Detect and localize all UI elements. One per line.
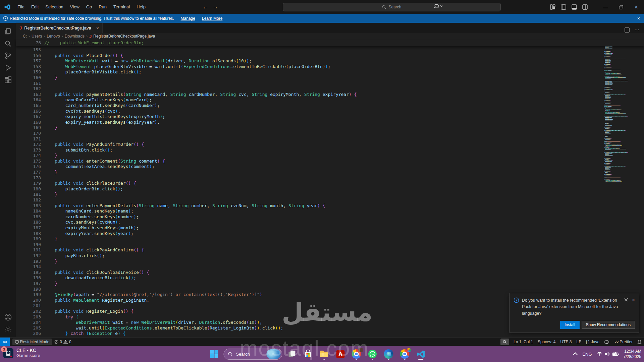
search-input[interactable]: Search bbox=[283, 3, 501, 11]
code-line-189: 189 } bbox=[16, 236, 644, 242]
file-explorer-button[interactable] bbox=[318, 347, 330, 361]
screencast-zoom-button[interactable] bbox=[500, 339, 509, 345]
whatsapp-button[interactable] bbox=[366, 347, 379, 361]
code-line-165: 165 card_numberTxt.sendKeys(cardNumber); bbox=[16, 103, 644, 109]
toggle-panel-icon[interactable] bbox=[572, 4, 577, 10]
taskbar-search[interactable]: Search bbox=[223, 349, 282, 360]
search-icon bbox=[228, 352, 233, 357]
show-recommendations-button[interactable]: Show Recommendations bbox=[582, 321, 635, 329]
split-editor-icon[interactable] bbox=[625, 27, 630, 33]
extensions-icon[interactable] bbox=[0, 74, 16, 86]
notification-close-icon[interactable]: × bbox=[632, 297, 635, 317]
problems-status[interactable]: 0 0 bbox=[52, 338, 73, 346]
language-mode[interactable]: { } Java bbox=[583, 338, 602, 346]
title-bar: FileEditSelectionViewGoRunTerminalHelp ←… bbox=[0, 0, 644, 14]
active-window-indicator bbox=[418, 359, 423, 360]
explorer-icon[interactable] bbox=[0, 25, 16, 38]
running-indicator bbox=[356, 359, 357, 360]
clock[interactable]: 12:34 AM 7/28/2025 bbox=[624, 349, 641, 359]
code-line-170: 170 bbox=[16, 131, 644, 136]
run-debug-icon[interactable] bbox=[0, 62, 16, 74]
tray-icons[interactable] bbox=[597, 352, 619, 356]
indentation-status[interactable]: Spaces: 4 bbox=[535, 338, 558, 346]
code-line-162: 162 bbox=[16, 86, 644, 92]
code-line-186: 186 cvc.sendKeys(cvcNum); bbox=[16, 220, 644, 225]
menu-terminal[interactable]: Terminal bbox=[110, 0, 133, 14]
vscode-icon bbox=[416, 350, 425, 359]
customize-layout-icon[interactable] bbox=[550, 4, 555, 10]
java-file-icon: J bbox=[19, 25, 22, 31]
close-button[interactable]: × bbox=[629, 0, 644, 14]
date: 7/28/2025 bbox=[624, 354, 641, 359]
menu-go[interactable]: Go bbox=[83, 0, 95, 14]
restore-button[interactable] bbox=[613, 0, 629, 14]
search-sidebar-icon[interactable] bbox=[0, 38, 16, 50]
acrobat-button[interactable]: A bbox=[334, 347, 346, 361]
eol-status[interactable]: LF bbox=[574, 338, 583, 346]
code-line-177: 177 } bbox=[16, 170, 644, 175]
error-count: 0 bbox=[60, 340, 62, 344]
breadcrumb-file[interactable]: JRegisterBeforeCheckoutPage.java bbox=[89, 34, 155, 39]
menu-edit[interactable]: Edit bbox=[28, 0, 42, 14]
install-button[interactable]: Install bbox=[560, 321, 579, 329]
editor-actions: ⋯ bbox=[625, 27, 644, 33]
breadcrumb-item[interactable]: Lenovo bbox=[47, 34, 60, 39]
restricted-mode-status[interactable]: Restricted Mode bbox=[12, 339, 52, 345]
code-line-184: 184 nameOnCard.sendKeys(name); bbox=[16, 208, 644, 214]
wifi-icon bbox=[597, 352, 602, 356]
remote-indicator[interactable]: >< bbox=[0, 338, 10, 346]
widgets-button[interactable]: 3 CLE - KC Game score bbox=[3, 347, 40, 358]
encoding-status[interactable]: UTF-8 bbox=[558, 338, 574, 346]
menu-selection[interactable]: Selection bbox=[42, 0, 66, 14]
menu-run[interactable]: Run bbox=[95, 0, 110, 14]
shield-icon bbox=[15, 340, 19, 344]
windows-taskbar: 3 CLE - KC Game score Search bbox=[0, 346, 644, 362]
menu-help[interactable]: Help bbox=[133, 0, 149, 14]
tray-chevron-up-icon[interactable] bbox=[573, 352, 578, 357]
notifications-bell[interactable] bbox=[635, 338, 644, 346]
copilot-status[interactable] bbox=[602, 338, 612, 346]
breadcrumb-item[interactable]: Users bbox=[32, 34, 42, 39]
toggle-secondary-sidebar-icon[interactable] bbox=[582, 4, 588, 10]
status-bar: >< Restricted Mode 0 0 Ln 1, Col 1 Space… bbox=[0, 337, 644, 346]
widget-title: CLE - KC bbox=[16, 348, 40, 353]
sticky-scroll-line[interactable]: 76 // public WebElement placeOrderBtn; bbox=[16, 40, 644, 46]
banner-close-icon[interactable]: × bbox=[637, 16, 640, 21]
code-line-158: 158 WebElement placeOrderBtnVisible = wa… bbox=[16, 64, 644, 70]
prettier-status[interactable]: ✓✓ Prettier bbox=[612, 338, 635, 346]
breadcrumb-item[interactable]: Downloads bbox=[65, 34, 85, 39]
chrome-button-2[interactable] bbox=[398, 347, 411, 361]
breadcrumb-item[interactable]: C: bbox=[23, 34, 27, 39]
source-control-icon[interactable] bbox=[0, 50, 16, 62]
microsoft-store-button[interactable] bbox=[302, 347, 314, 361]
back-arrow-icon[interactable]: ← bbox=[203, 4, 208, 10]
learn-more-link[interactable]: Learn More bbox=[202, 16, 222, 21]
activity-bar-bottom bbox=[0, 311, 16, 337]
language-indicator[interactable]: ENG bbox=[582, 352, 592, 357]
minimap[interactable] bbox=[602, 40, 641, 184]
code-line-156: 156 public void PlaceOrder() { bbox=[16, 53, 644, 59]
manage-link[interactable]: Manage bbox=[181, 16, 195, 21]
forward-arrow-icon[interactable]: → bbox=[213, 4, 218, 10]
cursor-position[interactable]: Ln 1, Col 1 bbox=[511, 338, 535, 346]
settings-gear-icon[interactable] bbox=[0, 323, 16, 335]
copilot-button[interactable] bbox=[433, 3, 443, 9]
mlb-widget-icon: 3 bbox=[3, 348, 13, 358]
breadcrumb[interactable]: C:›Users›Lenovo›Downloads›JRegisterBefor… bbox=[16, 33, 644, 40]
tab-registerbeforecheckoutpage[interactable]: J RegisterBeforeCheckoutPage.java × bbox=[16, 23, 103, 33]
system-tray: ENG 12:34 AM 7/28/2025 bbox=[574, 346, 641, 362]
vscode-logo-icon bbox=[4, 4, 11, 10]
tab-close-icon[interactable]: × bbox=[96, 25, 99, 31]
chrome-button-1[interactable] bbox=[350, 347, 363, 361]
minimize-button[interactable]: — bbox=[598, 0, 613, 14]
account-icon[interactable] bbox=[0, 311, 16, 323]
more-actions-icon[interactable]: ⋯ bbox=[634, 27, 639, 33]
vscode-taskbar-button[interactable] bbox=[414, 347, 427, 361]
start-button[interactable] bbox=[208, 348, 220, 360]
task-view-button[interactable] bbox=[285, 347, 298, 361]
toggle-sidebar-icon[interactable] bbox=[561, 4, 566, 10]
edge-button[interactable] bbox=[382, 347, 395, 361]
notification-gear-icon[interactable] bbox=[624, 297, 629, 302]
menu-file[interactable]: File bbox=[14, 0, 28, 14]
menu-view[interactable]: View bbox=[67, 0, 83, 14]
